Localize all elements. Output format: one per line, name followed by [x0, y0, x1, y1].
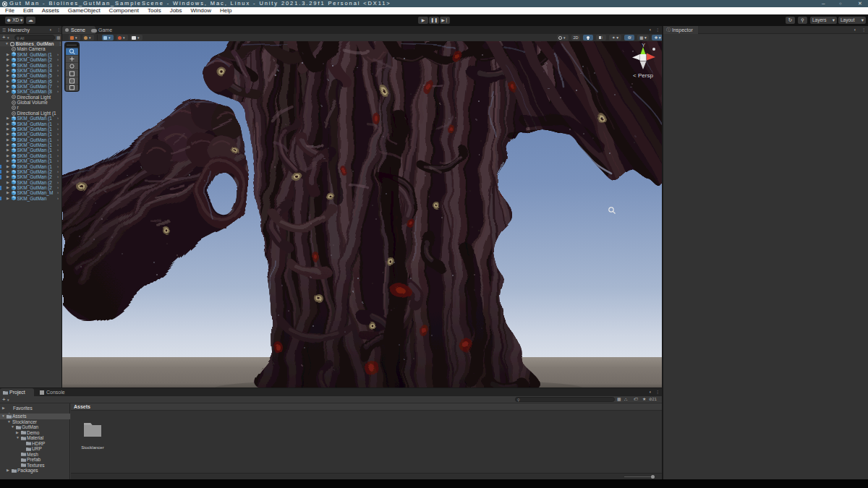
svg-text:Y: Y — [642, 43, 645, 48]
svg-text:< Persp: < Persp — [633, 72, 653, 79]
